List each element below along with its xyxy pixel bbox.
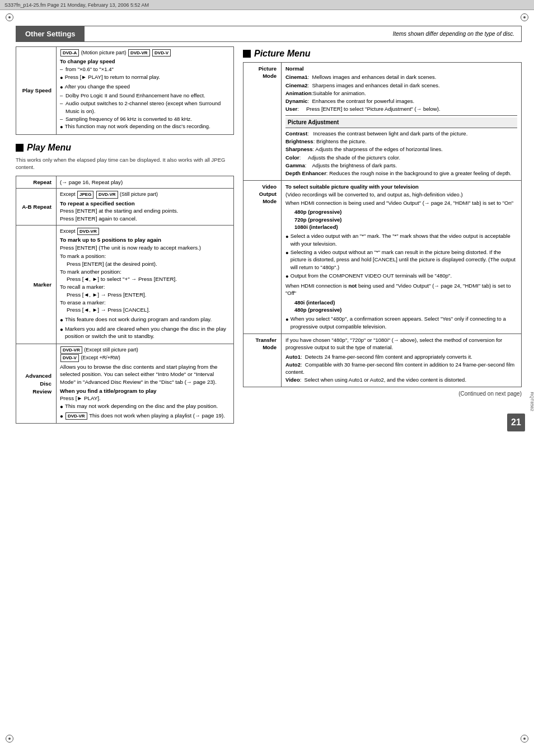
play-menu-section: Play Menu This works only when the elaps… (16, 143, 234, 424)
play-speed-row: Play Speed DVD-A (Motion picture part) D… (16, 47, 234, 135)
repeat-row: Repeat (→ page 16, Repeat play) (16, 176, 234, 189)
transfer-mode-content: If you have chosen "480p", "720p" or "10… (282, 334, 522, 387)
repeat-label: Repeat (16, 176, 57, 189)
play-menu-header: Play Menu (16, 143, 234, 153)
play-speed-table: Play Speed DVD-A (Motion picture part) D… (16, 46, 234, 135)
ab-repeat-label: A-B Repeat (16, 189, 57, 225)
picture-mode-label: PictureMode (243, 63, 282, 181)
model-number: RQT8582 (530, 392, 534, 412)
ab-repeat-content: Except JPEG DVD-VR (Still picture part) … (57, 189, 234, 225)
page-number: 21 (507, 414, 525, 431)
play-speed-label: Play Speed (16, 47, 57, 135)
advanced-disc-review-content: DVD-VR (Except still picture part) DVD-V… (57, 344, 234, 424)
transfer-mode-row: TransferMode If you have chosen "480p", … (243, 334, 522, 387)
left-column: Play Speed DVD-A (Motion picture part) D… (16, 46, 234, 424)
play-menu-title: Play Menu (27, 143, 71, 153)
advanced-disc-review-label: AdvancedDiscReview (16, 344, 57, 424)
play-menu-table: Repeat (→ page 16, Repeat play) A-B Repe… (16, 176, 234, 424)
video-output-content: To select suitable picture quality with … (282, 180, 522, 334)
picture-menu-title: Picture Menu (254, 49, 310, 59)
picture-menu-section: Picture Menu PictureMode Normal Cinema1:… (243, 49, 522, 387)
advanced-disc-review-row: AdvancedDiscReview DVD-VR (Except still … (16, 344, 234, 424)
play-speed-details: To change play speed from "×0.6" to "×1.… (60, 58, 230, 131)
play-speed-badges: DVD-A (Motion picture part) DVD-VR DVD-V (60, 49, 230, 57)
file-info-bar: S337fn_p14-25.fm Page 21 Monday, Februar… (0, 0, 534, 10)
picture-mode-content: Normal Cinema1: Mellows images and enhan… (282, 63, 522, 181)
header-title: Other Settings (16, 26, 85, 41)
picture-mode-row: PictureMode Normal Cinema1: Mellows imag… (243, 63, 522, 181)
continued-text: (Continued on next page) (243, 391, 522, 397)
marker-row: Marker Except DVD-VR To mark up to 5 pos… (16, 225, 234, 344)
picture-adjustment-header: Picture Adjustment (285, 118, 517, 128)
ab-repeat-row: A-B Repeat Except JPEG DVD-VR (Still pic… (16, 189, 234, 225)
video-output-mode-row: VideoOutputMode To select suitable pictu… (243, 180, 522, 334)
video-output-label: VideoOutputMode (243, 180, 282, 334)
file-info-text: S337fn_p14-25.fm Page 21 Monday, Februar… (4, 2, 149, 8)
page-header: Other Settings Items shown differ depend… (16, 26, 522, 42)
picture-menu-icon (243, 50, 251, 58)
picture-menu-table: PictureMode Normal Cinema1: Mellows imag… (243, 62, 522, 387)
corner-mark-bl (4, 734, 15, 744)
dvd-v-badge: DVD-V (152, 49, 171, 57)
dvd-a-badge: DVD-A (60, 49, 79, 57)
transfer-mode-label: TransferMode (243, 334, 282, 387)
corner-mark-br (519, 734, 530, 744)
marker-label: Marker (16, 225, 57, 344)
right-column: Picture Menu PictureMode Normal Cinema1:… (243, 46, 522, 424)
marker-content: Except DVD-VR To mark up to 5 positions … (57, 225, 234, 344)
play-speed-content: DVD-A (Motion picture part) DVD-VR DVD-V… (57, 47, 234, 135)
picture-menu-header: Picture Menu (243, 49, 522, 59)
repeat-content: (→ page 16, Repeat play) (57, 176, 234, 189)
header-subtitle: Items shown differ depending on the type… (85, 26, 521, 41)
dvd-vr-badge: DVD-VR (128, 49, 150, 57)
play-menu-icon (16, 144, 24, 152)
play-menu-note: This works only when the elapsed play ti… (16, 156, 234, 171)
